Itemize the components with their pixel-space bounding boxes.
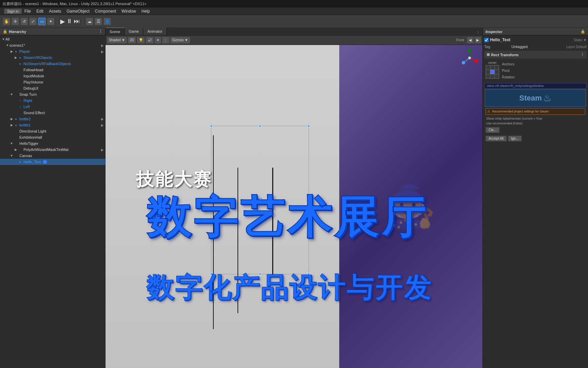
grid-btn[interactable]: ⋮ <box>162 37 169 44</box>
steamvrobjects-label: SteamVRObjects <box>23 56 52 60</box>
rect-transform-component: ⊞ Rect Transform ⋮ <box>484 51 587 58</box>
tab-menu-icon[interactable]: ⋮ <box>473 31 483 35</box>
list-item[interactable]: ▼ Canvas <box>0 153 105 159</box>
tab-scene[interactable]: Scene <box>105 28 125 35</box>
menu-assets[interactable]: Assets <box>46 7 64 15</box>
rotate-tool[interactable]: ↺ <box>20 18 28 25</box>
menu-help[interactable]: Help <box>139 7 153 15</box>
list-item[interactable]: Directional Light <box>0 128 105 134</box>
play-button[interactable]: ▶ <box>60 18 65 25</box>
transform-tool[interactable]: ✦ <box>47 18 54 25</box>
object-name-field: Hello_Text Static ▼ <box>484 37 587 43</box>
inspector-lock-icon[interactable]: 🔒 <box>581 29 585 34</box>
hierarchy-header: 🔒 Hierarchy ⋮ <box>0 28 105 35</box>
object-icon: ● <box>14 123 18 127</box>
list-item[interactable]: ▶ ● Player ▶ <box>0 48 105 55</box>
anchors-label: Anchors <box>502 62 522 66</box>
scene-nav-left[interactable]: ◀ <box>467 37 474 44</box>
menu-gameobject[interactable]: GameObject <box>64 7 92 15</box>
dirlight-label: Directional Light <box>19 129 46 133</box>
tab-game[interactable]: Game <box>125 28 143 35</box>
move-tool[interactable]: ✛ <box>12 18 19 25</box>
hierarchy-content: ▼ All ▼ scenes1* ▶ ▶ ● Player ▶ ▶ ● Stea… <box>0 35 105 368</box>
nosteamvr-label: NoSteamVRFallbackObjects <box>23 62 71 66</box>
list-item[interactable]: ▶ ● bottle2 ▶ <box>0 116 105 122</box>
sign-in-button[interactable]: Sign in <box>4 9 22 14</box>
use-recommended-text: Use recommended (False) <box>484 121 587 126</box>
object-icon <box>18 74 22 78</box>
object-icon <box>14 135 18 140</box>
accept-all-button[interactable]: Accept All <box>486 136 507 141</box>
menu-file[interactable]: File <box>22 7 34 15</box>
object-name-value: Hello_Text <box>490 37 574 42</box>
expand-icon: ▶ <box>101 50 104 53</box>
pause-button[interactable]: ⏸ <box>66 18 72 25</box>
shaded-btn[interactable]: Shaded ▼ <box>107 37 127 44</box>
layer-label: Layer Default <box>567 45 587 49</box>
list-item[interactable]: ExhibitionHall <box>0 134 105 140</box>
list-item[interactable]: ▶ ● bottle1 ▶ <box>0 122 105 128</box>
audio-btn[interactable]: 🔊 <box>146 37 154 44</box>
center-area: Scene Game Animator ⋮ Shaded ▼ 2D 💡 🔊 ✦ … <box>105 28 483 368</box>
menu-window[interactable]: Window <box>119 7 139 15</box>
player-label: Player <box>19 49 30 53</box>
ignore-button[interactable]: Ign... <box>508 136 522 141</box>
list-item[interactable]: ▼ HelloTigger <box>0 140 105 147</box>
gizmos-btn[interactable]: Gizmos ▼ <box>170 37 190 44</box>
account-icon[interactable]: 👤 <box>103 18 111 25</box>
list-item[interactable]: ▼ Snap Turn <box>0 91 105 97</box>
menu-edit[interactable]: Edit <box>34 7 46 15</box>
anchors-row: Anchors <box>502 61 585 67</box>
list-item[interactable]: ▼ All <box>0 36 105 42</box>
scale-tool[interactable]: ⤢ <box>29 18 37 25</box>
2d-btn[interactable]: 2D <box>128 37 136 44</box>
list-item[interactable]: ▶ ● SteamVRObjects <box>0 55 105 61</box>
menu-component[interactable]: Component <box>92 7 119 15</box>
list-item[interactable]: Sound Effect <box>0 110 105 116</box>
tab-animator[interactable]: Animator <box>143 28 167 35</box>
hand-tool[interactable]: ✋ <box>3 18 10 25</box>
hierarchy-menu-icon[interactable]: ⋮ <box>99 29 102 34</box>
main-layout: 🔒 Hierarchy ⋮ ▼ All ▼ scenes1* ▶ ▶ ● Pla… <box>0 28 588 368</box>
inputmodule-label: InputModule <box>23 74 44 78</box>
object-icon: ● <box>14 49 18 54</box>
object-active-checkbox[interactable] <box>484 38 489 42</box>
scene-nav-right[interactable]: ▶ <box>474 37 481 44</box>
arrow-icon: ▼ <box>5 44 10 47</box>
object-icon <box>18 67 22 72</box>
inspector-panel: Inspector 🔒 Hello_Text Static ▼ Tag Unta… <box>483 28 588 368</box>
bottle1-label: bottle1 <box>19 123 31 127</box>
followhead-label: FollowHead <box>23 68 43 72</box>
soundeffect-label: Sound Effect <box>23 111 45 115</box>
list-item[interactable]: InputModule <box>0 73 105 79</box>
object-icon: ○ <box>18 104 22 109</box>
list-item[interactable]: ▶ PolyArtWizardMaskTintMat ▶ <box>0 147 105 153</box>
scene-view[interactable]: 🧙 <box>105 45 483 368</box>
object-icon <box>18 110 22 115</box>
list-item[interactable]: ● NoSteamVRFallbackObjects <box>0 61 105 67</box>
rect-tool[interactable]: ▭ <box>38 18 46 25</box>
list-item[interactable]: ○ Left <box>0 104 105 110</box>
inspector-title: Inspector <box>486 30 503 34</box>
hierarchy-title: Hierarchy <box>9 30 26 34</box>
services-icon[interactable]: ☰ <box>95 18 102 25</box>
clear-button[interactable]: Cle... <box>486 127 500 133</box>
separator-1 <box>57 17 58 26</box>
list-item[interactable]: ○ Right <box>0 97 105 104</box>
list-item[interactable]: PlayVolume <box>0 79 105 85</box>
expand-icon: ▶ <box>101 117 104 121</box>
rect-transform-section: center <box>484 60 587 83</box>
list-item[interactable]: ● Hello_Text <box>0 159 105 165</box>
vfx-btn[interactable]: ✦ <box>154 37 161 44</box>
list-item[interactable]: ▼ scenes1* ▶ <box>0 42 105 48</box>
collab-icon[interactable]: ☁ <box>86 18 93 25</box>
svg-point-5 <box>462 61 465 64</box>
step-button[interactable]: ⏭ <box>74 18 80 25</box>
list-item[interactable]: FollowHead <box>0 67 105 73</box>
arrow-icon: ▶ <box>14 148 18 151</box>
component-menu[interactable]: ⋮ <box>581 52 584 57</box>
arrow-icon: ▼ <box>10 93 14 96</box>
list-item[interactable]: DebugUI <box>0 85 105 91</box>
lighting-btn[interactable]: 💡 <box>137 37 145 44</box>
scene-gizmo <box>459 48 480 68</box>
